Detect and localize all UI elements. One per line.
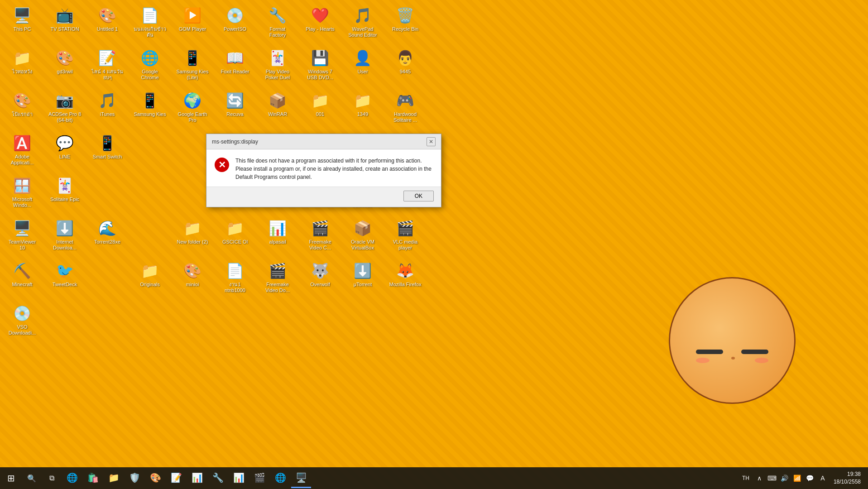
tray-notification[interactable]: 💬 <box>805 473 815 484</box>
desktop-icon-windows-thai[interactable]: 📁 ไวทอหวัง <box>4 46 41 87</box>
desktop-icon-power-iso[interactable]: 💿 PowerISO <box>216 4 254 44</box>
desktop-icon-virtualbox[interactable]: 📦 Oracle VM VirtualBox <box>344 216 381 257</box>
desktop-icon-photoshop-3[interactable]: 🎨 โป้แรกอ่า <box>4 89 41 129</box>
desktop-icon-5-9[interactable] <box>174 174 211 215</box>
dialog-ok-button[interactable]: OK <box>403 191 434 201</box>
taskbar-app-edge[interactable]: 🌐 <box>62 468 82 488</box>
dialog-close-button[interactable]: ✕ <box>427 137 436 146</box>
desktop-icon-tv-station[interactable]: 📺 TV STATION <box>46 4 83 44</box>
taskbar-app-explorer[interactable]: 📁 <box>104 468 124 488</box>
desktop-icon-gom-player[interactable]: ▶️ GOM Player <box>174 4 211 44</box>
desktop-icon-torrent28[interactable]: 🌊 Torrent28xe <box>89 216 126 257</box>
desktop-icon-freemake-video[interactable]: 🎬 Freemake Video C... <box>302 216 339 257</box>
start-icon: ⊞ <box>7 473 15 484</box>
desktop-icon-samsung-kies[interactable]: 📱 Samsung Kies (Lite) <box>174 46 211 87</box>
desktop-icon-overwolf[interactable]: 🐺 Overwolf <box>302 259 339 300</box>
desktop-icon-6-9[interactable] <box>131 216 168 257</box>
desktop-icon-photoshop-2[interactable]: 🎨 gd3rwil <box>46 46 83 87</box>
desktop-icon-internet-dl[interactable]: ⬇️ Internet Downloa... <box>46 216 83 257</box>
desktop-icon-samsung-kies2[interactable]: 📱 Samsung Kies <box>131 89 168 129</box>
taskbar-app-app7[interactable]: 🖥️ <box>291 468 311 488</box>
desktop-icon-foxit[interactable]: 📖 Foxit Reader <box>216 46 254 87</box>
icon-image: 🎬 <box>269 262 287 280</box>
desktop-icon-gscice[interactable]: 📁 GSCICE Ol <box>216 216 254 257</box>
icon-image: 🐺 <box>311 262 329 280</box>
taskbar-app-word-tb[interactable]: 📝 <box>166 468 186 488</box>
desktop-icon-teamviewer[interactable]: 🖥️ TeamViewer 10 <box>4 216 41 257</box>
desktop-icon-firefox[interactable]: 🦊 Mozilla Firefox <box>387 259 424 300</box>
desktop-icon-recycle-bin[interactable]: 🗑️ Recycle Bin <box>387 4 424 44</box>
taskbar-app-store[interactable]: 🛍️ <box>83 468 103 488</box>
desktop-icon-wavepad[interactable]: 🎵 WavePad Sound Editor <box>344 4 381 44</box>
desktop-icon-freemake-dl[interactable]: 🎬 Freemake Video Do... <box>259 259 296 300</box>
desktop-icon-acdsee[interactable]: 📷 ACDSee Pro 8 (64-bit) <box>46 89 83 129</box>
desktop-icon-alpasail[interactable]: 📊 alpasail <box>259 216 296 257</box>
desktop-icon-word-2[interactable]: 📝 ไลน์ 4 แสนวัน ยบๆ <box>89 46 126 87</box>
system-clock[interactable]: 19:38 18/10/2558 <box>830 470 864 486</box>
desktop-icon-format-factory[interactable]: 🔧 Format Factory <box>259 4 296 44</box>
taskbar-app-chrome-tb[interactable]: 🌐 <box>270 468 290 488</box>
desktop-icon-originals[interactable]: 📁 Originals <box>131 259 168 300</box>
task-view-button[interactable]: ⧉ <box>43 469 61 487</box>
desktop-icon-7-9[interactable] <box>89 259 126 300</box>
desktop-icon-tweetdeck[interactable]: 🐦 TweetDeck <box>46 259 83 300</box>
desktop-icon-itunes[interactable]: 🎵 iTunes <box>89 89 126 129</box>
taskbar-app-photoshop-tb[interactable]: 🎨 <box>145 468 165 488</box>
desktop-icon-smart-switch[interactable]: 📱 Smart Switch <box>89 131 126 172</box>
desktop-icon-4-8[interactable] <box>174 131 211 172</box>
tray-keyboard[interactable]: ⌨ <box>767 473 777 484</box>
desktop-icon-adobe-app[interactable]: 🅰️ Adobe Applicati... <box>4 131 41 172</box>
start-button[interactable]: ⊞ <box>0 467 22 489</box>
desktop-icon-9445[interactable]: 👨 9445 <box>387 46 424 87</box>
taskbar-app-powerpoint-tb[interactable]: 📊 <box>229 468 249 488</box>
icon-image: ⬇️ <box>56 219 74 237</box>
desktop-icon-utorrent[interactable]: ⬇️ µTorrent <box>344 259 381 300</box>
desktop-icon-minioi[interactable]: 🎨 minioi <box>174 259 211 300</box>
desktop-icon-word-thai[interactable]: 📄 นนแจนกินข้าว ตัน <box>131 4 168 44</box>
desktop-icon-vso[interactable]: 💿 VSO Downloadi... <box>4 302 41 342</box>
desktop-icon-photoshop-1[interactable]: 🎨 Untitled 1 <box>89 4 126 44</box>
desktop-icon-5-7[interactable] <box>89 174 126 215</box>
desktop-icon-user[interactable]: 👤 User <box>344 46 381 87</box>
icon-image: 📺 <box>56 6 74 24</box>
desktop-icon-ms-window[interactable]: 🪟 Microsoft Windo... <box>4 174 41 215</box>
desktop-icon-hardwood[interactable]: 🎮 Hardwood Solitaire ... <box>387 89 424 129</box>
tray-language[interactable]: TH <box>739 475 752 481</box>
desktop-icon-4-7[interactable] <box>131 131 168 172</box>
search-button[interactable]: 🔍 <box>23 469 41 487</box>
desktop-icon-5-8[interactable] <box>131 174 168 215</box>
taskbar-app-avast-tb[interactable]: 🛡️ <box>125 468 144 488</box>
desktop-icon-chrome[interactable]: 🌐 Google Chrome <box>131 46 168 87</box>
app7-icon: 🖥️ <box>296 472 307 483</box>
desktop-icon-new-folder2[interactable]: 📁 New folder (2) <box>174 216 211 257</box>
taskbar-app-app6[interactable]: 🔧 <box>208 468 228 488</box>
icon-image: 📷 <box>56 91 74 110</box>
desktop-icon-8-9[interactable] <box>46 302 83 342</box>
desktop-icon-play-hearts[interactable]: ❤️ Play - Hearts <box>302 4 339 44</box>
icon-label: WinRAR <box>268 111 287 117</box>
desktop-icon-งาน1[interactable]: 📄 งาน1 ntnb1000 <box>216 259 254 300</box>
desktop-icon-001[interactable]: 📁 001 <box>302 89 339 129</box>
desktop-icon-vlc[interactable]: 🎬 VLC media player <box>387 216 424 257</box>
desktop-icon-winrar[interactable]: 📦 WinRAR <box>259 89 296 129</box>
desktop-icon-1349[interactable]: 📁 1349 <box>344 89 381 129</box>
tray-up-arrow[interactable]: ∧ <box>754 473 765 484</box>
tray-sound[interactable]: 🔊 <box>779 473 790 484</box>
taskbar-app-vlc-tb[interactable]: 🎬 <box>249 468 269 488</box>
desktop-icon-solitaire-epic[interactable]: 🃏 Solitaire Epic <box>46 174 83 215</box>
tray-network[interactable]: 📶 <box>792 473 803 484</box>
chrome-tb-icon: 🌐 <box>275 472 286 483</box>
desktop-icon-video-poker[interactable]: 🃏 Play Video Poker Duel <box>259 46 296 87</box>
anime-blush-left <box>696 358 710 363</box>
desktop-icon-this-pc[interactable]: 🖥️ This PC <box>4 4 41 44</box>
tray-ime[interactable]: A <box>817 473 828 484</box>
icon-image: 🎬 <box>311 219 329 237</box>
desktop-icon-line[interactable]: 💬 LINE <box>46 131 83 172</box>
desktop-icon-win7-usb[interactable]: 💾 Windows 7 USB DVD... <box>302 46 339 87</box>
desktop-icon-minecraft[interactable]: ⛏️ Minecraft <box>4 259 41 300</box>
desktop-icon-recuva[interactable]: 🔄 Recuva <box>216 89 254 129</box>
desktop-icon-google-earth[interactable]: 🌍 Google Earth Pro <box>174 89 211 129</box>
app6-icon: 🔧 <box>212 472 224 483</box>
taskbar-app-excel-tb[interactable]: 📊 <box>187 468 207 488</box>
icon-label: LINE <box>59 154 70 160</box>
